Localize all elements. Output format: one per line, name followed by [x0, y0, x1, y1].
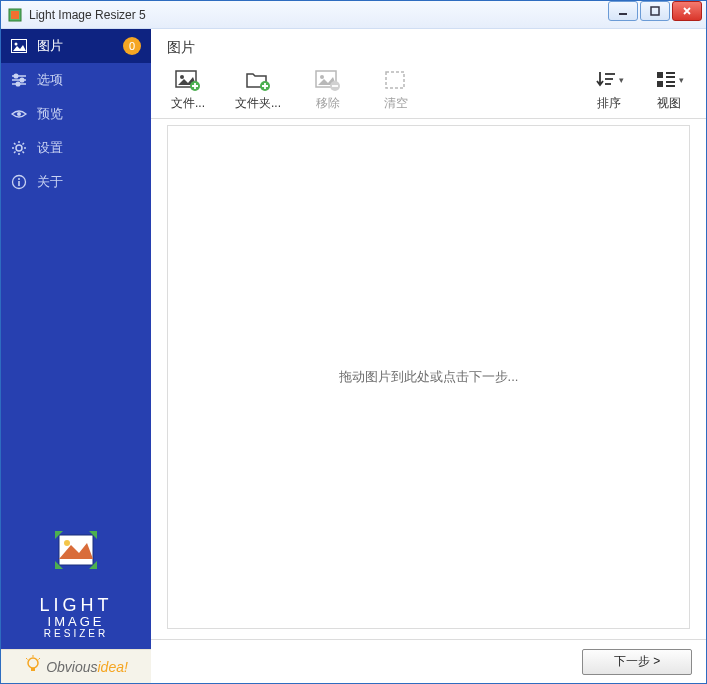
- window-controls: [608, 1, 706, 28]
- svg-rect-44: [666, 72, 675, 74]
- sidebar-item-about[interactable]: 关于: [1, 165, 151, 199]
- sidebar: 图片 0 选项 预览: [1, 29, 151, 683]
- image-icon: [11, 38, 27, 54]
- sort-icon: [595, 69, 617, 92]
- svg-point-7: [14, 74, 18, 78]
- svg-rect-45: [666, 76, 675, 78]
- svg-line-19: [23, 152, 25, 154]
- close-button[interactable]: [672, 1, 702, 21]
- svg-rect-46: [657, 81, 663, 87]
- svg-rect-43: [657, 72, 663, 78]
- sidebar-item-options[interactable]: 选项: [1, 63, 151, 97]
- image-count-badge: 0: [123, 37, 141, 55]
- lightbulb-icon: [24, 655, 42, 678]
- footer-brand[interactable]: Obviousidea!: [1, 649, 151, 683]
- add-image-icon: [175, 69, 201, 91]
- next-button[interactable]: 下一步 >: [582, 649, 692, 675]
- svg-rect-48: [666, 85, 675, 87]
- view-icon: [655, 69, 677, 92]
- svg-rect-47: [666, 81, 675, 83]
- sidebar-item-preview[interactable]: 预览: [1, 97, 151, 131]
- brand-line-1: LIGHT: [39, 595, 112, 615]
- sort-button[interactable]: ▾ 排序: [588, 69, 630, 112]
- app-icon: [7, 7, 23, 23]
- sidebar-item-label: 选项: [37, 71, 141, 89]
- svg-point-12: [17, 112, 21, 116]
- add-folder-button[interactable]: 文件夹...: [235, 69, 281, 112]
- sidebar-item-label: 关于: [37, 173, 141, 191]
- info-icon: [11, 174, 27, 190]
- tool-label: 视图: [657, 95, 681, 112]
- drop-hint-text: 拖动图片到此处或点击下一步...: [339, 368, 519, 386]
- tool-label: 文件夹...: [235, 95, 281, 112]
- remove-image-icon: [315, 69, 341, 91]
- clear-button[interactable]: 清空: [375, 69, 417, 112]
- add-folder-icon: [245, 69, 271, 91]
- brand-text: LIGHT IMAGE RESIZER: [11, 596, 141, 639]
- svg-rect-2: [619, 13, 627, 15]
- clear-icon: [383, 69, 409, 91]
- svg-line-31: [39, 658, 41, 660]
- resize-logo-icon: [41, 521, 111, 585]
- svg-point-37: [320, 75, 324, 79]
- sidebar-item-label: 预览: [37, 105, 141, 123]
- svg-point-9: [20, 78, 24, 82]
- minimize-button[interactable]: [608, 1, 638, 21]
- svg-rect-39: [386, 72, 404, 88]
- svg-line-21: [23, 143, 25, 145]
- svg-line-18: [14, 143, 16, 145]
- svg-rect-3: [651, 7, 659, 15]
- sidebar-item-label: 图片: [37, 37, 113, 55]
- tool-label: 文件...: [171, 95, 205, 112]
- toolbar: 文件... 文件夹... 移除: [151, 63, 706, 119]
- svg-point-26: [64, 540, 70, 546]
- sliders-icon: [11, 72, 27, 88]
- svg-point-11: [16, 82, 20, 86]
- tool-label: 清空: [384, 95, 408, 112]
- svg-point-27: [28, 658, 38, 668]
- bottom-bar: 下一步 >: [151, 639, 706, 683]
- drop-area[interactable]: 拖动图片到此处或点击下一步...: [167, 125, 690, 629]
- remove-button[interactable]: 移除: [307, 69, 349, 112]
- sidebar-item-images[interactable]: 图片 0: [1, 29, 151, 63]
- chevron-down-icon: ▾: [679, 75, 684, 85]
- brand-line-3: RESIZER: [11, 629, 141, 640]
- gear-icon: [11, 140, 27, 156]
- svg-rect-1: [11, 11, 19, 19]
- sidebar-item-settings[interactable]: 设置: [1, 131, 151, 165]
- brand-logo: LIGHT IMAGE RESIZER: [1, 521, 151, 649]
- tool-label: 移除: [316, 95, 340, 112]
- page-title: 图片: [151, 29, 706, 63]
- next-button-label: 下一步 >: [614, 653, 660, 670]
- svg-point-23: [18, 178, 20, 180]
- main-panel: 图片 文件... 文件夹...: [151, 29, 706, 683]
- svg-point-5: [15, 43, 18, 46]
- svg-rect-24: [18, 181, 20, 186]
- svg-point-13: [16, 145, 22, 151]
- add-file-button[interactable]: 文件...: [167, 69, 209, 112]
- footer-brand-accent: idea!: [98, 659, 128, 675]
- eye-icon: [11, 106, 27, 122]
- brand-line-2: IMAGE: [11, 615, 141, 629]
- window-title: Light Image Resizer 5: [29, 8, 608, 22]
- chevron-down-icon: ▾: [619, 75, 624, 85]
- svg-point-33: [180, 75, 184, 79]
- titlebar: Light Image Resizer 5: [1, 1, 706, 29]
- view-button[interactable]: ▾ 视图: [648, 69, 690, 112]
- svg-line-30: [26, 658, 28, 660]
- svg-line-20: [14, 152, 16, 154]
- footer-brand-main: Obvious: [46, 659, 97, 675]
- tool-label: 排序: [597, 95, 621, 112]
- sidebar-item-label: 设置: [37, 139, 141, 157]
- svg-rect-28: [31, 668, 35, 671]
- maximize-button[interactable]: [640, 1, 670, 21]
- app-window: Light Image Resizer 5 图片 0: [0, 0, 707, 684]
